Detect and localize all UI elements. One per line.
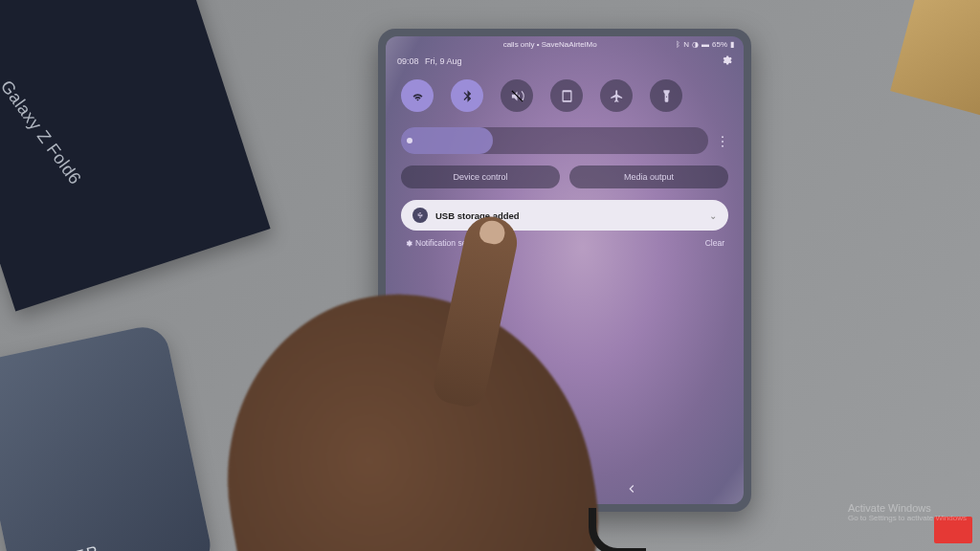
wifi-toggle[interactable]	[401, 79, 434, 112]
watermark-title: Activate Windows	[848, 502, 931, 514]
brightness-row: ⋯	[386, 118, 744, 162]
bluetooth-toggle[interactable]	[451, 79, 483, 112]
battery-icon: ▮	[730, 40, 734, 49]
nfc-icon: N	[683, 40, 689, 49]
galaxy-box-prop: Galaxy Z Fold6	[0, 0, 271, 311]
airplane-toggle[interactable]	[600, 79, 633, 112]
sound-toggle[interactable]	[501, 79, 533, 112]
media-output-button[interactable]: Media output	[569, 165, 728, 188]
date-text: Fri, 9 Aug	[425, 56, 462, 66]
anker-label: ANKER	[37, 542, 102, 551]
usb-notification[interactable]: USB storage added ⌄	[401, 200, 728, 231]
control-pill-row: Device control Media output	[386, 162, 744, 196]
wood-block-prop	[890, 0, 980, 116]
usb-cable-prop	[589, 508, 646, 551]
panel-header: 09:08 Fri, 9 Aug	[386, 51, 744, 74]
back-button[interactable]	[625, 482, 638, 498]
chevron-down-icon[interactable]: ⌄	[709, 210, 717, 221]
datetime[interactable]: 09:08 Fri, 9 Aug	[397, 56, 462, 66]
galaxy-box-label: Galaxy Z Fold6	[0, 77, 85, 188]
flashlight-toggle[interactable]	[650, 79, 682, 112]
clear-button[interactable]: Clear	[705, 238, 724, 248]
fingernail	[478, 218, 506, 246]
carrier-text: calls only • SaveNaAirtelMo	[424, 40, 676, 49]
wifi-status-icon: ◑	[692, 40, 699, 49]
notification-footer: Notification settings Clear	[386, 234, 744, 252]
device-control-button[interactable]: Device control	[401, 165, 560, 188]
battery-percent: 65%	[712, 40, 727, 49]
signal-icon: ▬	[702, 40, 709, 49]
anker-powerbank-prop: ANKER	[0, 322, 215, 551]
brightness-fill	[401, 127, 493, 154]
time-text: 09:08	[397, 56, 419, 66]
brightness-slider[interactable]	[401, 127, 708, 154]
settings-gear-icon[interactable]	[721, 53, 732, 70]
status-bar: calls only • SaveNaAirtelMo ᛒ N ◑ ▬ 65% …	[386, 36, 744, 51]
status-icons: ᛒ N ◑ ▬ 65% ▮	[676, 40, 734, 49]
quick-toggle-row	[386, 74, 744, 118]
watermark-sub: Go to Settings to activate Windows	[848, 514, 967, 522]
notification-title: USB storage added	[435, 210, 702, 221]
windows-watermark: Activate Windows Go to Settings to activ…	[848, 502, 967, 522]
bluetooth-status-icon: ᛒ	[676, 40, 680, 49]
brightness-more-icon[interactable]: ⋯	[720, 135, 725, 147]
brightness-min-icon	[407, 138, 412, 143]
usb-icon	[412, 208, 428, 223]
rotation-toggle[interactable]	[550, 79, 583, 112]
